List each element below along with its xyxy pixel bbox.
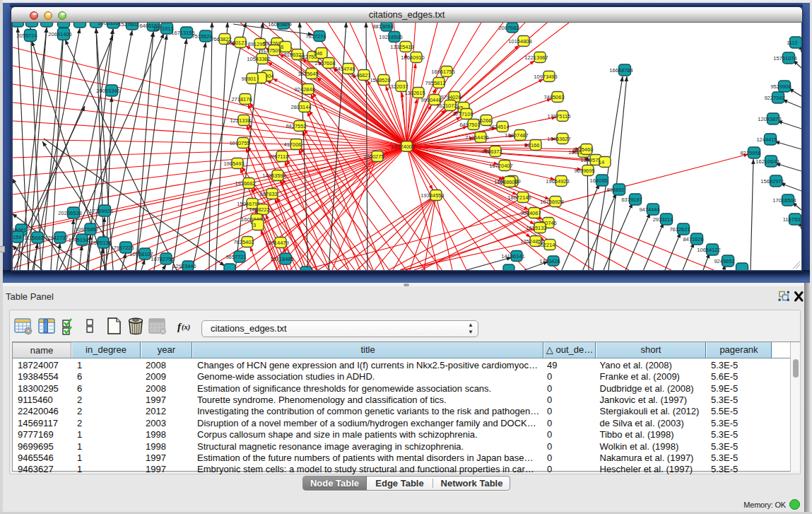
svg-text:8427552: 8427552 (286, 123, 306, 129)
svg-text:116753: 116753 (783, 216, 800, 223)
svg-text:1322037: 1322037 (387, 83, 408, 90)
svg-text:14353594: 14353594 (262, 173, 286, 179)
svg-text:1621072: 1621072 (436, 103, 457, 109)
svg-text:2718176: 2718176 (231, 96, 252, 103)
svg-text:9115460: 9115460 (573, 146, 594, 153)
svg-text:9242848: 9242848 (294, 86, 314, 93)
svg-text:1588520: 1588520 (370, 77, 390, 83)
svg-text:10973493: 10973493 (534, 74, 557, 80)
svg-text:16961755: 16961755 (431, 69, 454, 75)
svg-text:9857721: 9857721 (225, 254, 246, 260)
svg-text:9127509: 9127509 (260, 47, 281, 54)
svg-text:15718485: 15718485 (270, 256, 293, 262)
svg-text:164095: 164095 (589, 177, 607, 184)
svg-text:6379197: 6379197 (621, 197, 642, 203)
svg-text:7986372: 7986372 (481, 148, 502, 155)
svg-text:252214: 252214 (537, 242, 555, 248)
svg-text:1112: 1112 (787, 40, 798, 46)
svg-text:18640910: 18640910 (401, 54, 424, 61)
svg-text:18724007: 18724007 (392, 144, 415, 150)
svg-text:9529906: 9529906 (770, 83, 791, 90)
svg-text:15751074: 15751074 (773, 55, 796, 62)
svg-text:18072149: 18072149 (507, 194, 531, 201)
svg-text:1362615: 1362615 (404, 90, 425, 96)
svg-text:1010755: 1010755 (229, 140, 249, 146)
svg-text:16033809: 16033809 (268, 23, 291, 28)
svg-text:1965493: 1965493 (223, 160, 244, 167)
svg-text:6497503: 6497503 (459, 122, 480, 128)
svg-text:2300275: 2300275 (363, 153, 384, 160)
svg-text:1244415: 1244415 (756, 136, 777, 143)
svg-text:10654122: 10654122 (697, 247, 720, 253)
svg-text:19463627: 19463627 (547, 136, 570, 142)
svg-text:20691406: 20691406 (48, 31, 71, 37)
svg-text:19654923: 19654923 (546, 178, 569, 185)
svg-text:7515524: 7515524 (192, 33, 212, 40)
svg-text:3875645: 3875645 (298, 71, 318, 77)
svg-text:16782759: 16782759 (151, 256, 174, 262)
svg-text:2803144: 2803144 (290, 104, 311, 110)
svg-text:8813054: 8813054 (372, 23, 393, 30)
svg-text:21364436: 21364436 (465, 134, 488, 141)
svg-text:8215958: 8215958 (740, 150, 760, 156)
svg-text:12923446: 12923446 (172, 263, 196, 269)
svg-text:15720407: 15720407 (489, 163, 512, 169)
svg-text:10543362: 10543362 (247, 56, 270, 62)
svg-text:15692971: 15692971 (760, 178, 784, 185)
svg-text:7632621: 7632621 (669, 226, 690, 233)
svg-text:1221338: 1221338 (230, 117, 250, 124)
svg-text:17016504: 17016504 (772, 197, 796, 204)
svg-text:9699695: 9699695 (574, 168, 594, 174)
svg-text:16648784: 16648784 (609, 67, 632, 74)
svg-text:17957225: 17957225 (110, 245, 134, 251)
svg-text:39159: 39159 (13, 234, 21, 240)
svg-text:12213967: 12213967 (524, 54, 548, 61)
svg-text:14136141: 14136141 (501, 253, 524, 259)
svg-text:13325419: 13325419 (390, 44, 413, 50)
svg-text:7485063: 7485063 (543, 94, 564, 100)
svg-text:1115681: 1115681 (24, 235, 44, 241)
svg-text:1527602: 1527602 (118, 23, 139, 28)
svg-text:14: 14 (599, 159, 604, 165)
svg-text:9146821: 9146821 (350, 72, 370, 78)
svg-text:(x): (x) (182, 323, 190, 332)
svg-text:9794028: 9794028 (440, 94, 461, 100)
svg-text:16914479: 16914479 (265, 240, 288, 246)
svg-text:3: 3 (253, 222, 256, 228)
svg-text:62166: 62166 (525, 142, 540, 148)
svg-text:1615132: 1615132 (526, 225, 546, 231)
svg-text:887833: 887833 (259, 191, 277, 197)
svg-text:12942737: 12942737 (45, 235, 68, 241)
svg-text:20206538: 20206538 (58, 210, 81, 216)
svg-text:8660123: 8660123 (226, 40, 247, 46)
svg-text:893892: 893892 (606, 187, 624, 193)
svg-text:10975857: 10975857 (75, 226, 98, 233)
svg-text:9777109: 9777109 (452, 111, 473, 117)
svg-text:12093873: 12093873 (758, 116, 781, 122)
svg-text:7625402: 7625402 (233, 239, 254, 245)
svg-text:7857274: 7857274 (305, 33, 326, 40)
svg-text:1071913: 1071913 (153, 25, 173, 32)
svg-text:10154808: 10154808 (508, 38, 531, 45)
svg-text:1733426: 1733426 (539, 258, 560, 264)
svg-text:1498222: 1498222 (249, 206, 269, 213)
svg-text:9474444: 9474444 (639, 206, 659, 213)
svg-text:7955812: 7955812 (425, 80, 445, 86)
svg-text:9227342: 9227342 (764, 95, 784, 101)
svg-text:3267110: 3267110 (269, 153, 289, 160)
svg-text:9684067: 9684067 (520, 210, 541, 216)
svg-text:19218506: 19218506 (379, 34, 402, 40)
svg-text:20053346: 20053346 (96, 88, 119, 94)
svg-text:1145194: 1145194 (69, 237, 89, 243)
svg-text:546: 546 (314, 50, 323, 57)
svg-text:16210643: 16210643 (755, 158, 779, 165)
svg-text:3824514: 3824514 (488, 124, 509, 130)
svg-text:19384554: 19384554 (420, 192, 444, 199)
svg-text:8454749: 8454749 (334, 66, 355, 72)
svg-text:8471626: 8471626 (683, 236, 703, 243)
svg-text:10807487: 10807487 (505, 132, 528, 139)
svg-text:17975115: 17975115 (548, 113, 571, 119)
svg-text:10688609: 10688609 (494, 179, 517, 185)
svg-text:10958107: 10958107 (129, 251, 153, 257)
svg-text:12505135: 12505135 (88, 240, 111, 246)
